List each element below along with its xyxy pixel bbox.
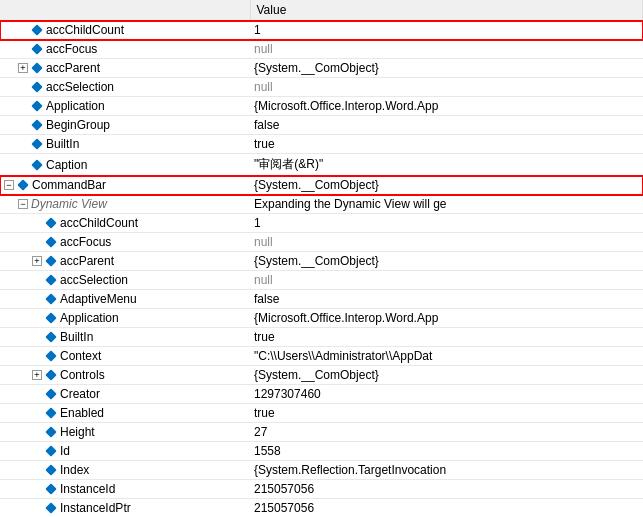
table-row[interactable]: accChildCount1: [0, 214, 643, 233]
table-row[interactable]: Height27: [0, 423, 643, 442]
table-row[interactable]: BuiltIntrue: [0, 328, 643, 347]
table-row[interactable]: Creator1297307460: [0, 385, 643, 404]
property-name-cell: accSelection: [0, 78, 250, 97]
property-name-cell: Caption: [0, 154, 250, 176]
property-icon: [45, 236, 57, 248]
property-name-cell: AdaptiveMenu: [0, 290, 250, 309]
svg-rect-3: [31, 81, 42, 92]
expand-icon[interactable]: +: [32, 370, 42, 380]
property-name: Controls: [60, 368, 105, 382]
property-name: Enabled: [60, 406, 104, 420]
property-name: AdaptiveMenu: [60, 292, 137, 306]
table-row[interactable]: accSelectionnull: [0, 78, 643, 97]
property-value-cell: {System.__ComObject}: [250, 59, 643, 78]
svg-rect-1: [31, 43, 42, 54]
expand-icon[interactable]: +: [18, 63, 28, 73]
property-name-cell: InstanceIdPtr: [0, 499, 250, 518]
svg-rect-11: [45, 255, 56, 266]
table-header: Value: [0, 0, 643, 21]
svg-rect-2: [31, 62, 42, 73]
property-name: accFocus: [60, 235, 111, 249]
table-row[interactable]: BuiltIntrue: [0, 135, 643, 154]
table-row[interactable]: Caption"审阅者(&R)": [0, 154, 643, 176]
property-icon: [31, 100, 43, 112]
property-grid: Value accChildCount1 accFocusnull+ accPa…: [0, 0, 643, 517]
table-row[interactable]: AdaptiveMenufalse: [0, 290, 643, 309]
property-name-cell: Id: [0, 442, 250, 461]
property-name: accChildCount: [46, 23, 124, 37]
property-value-cell: null: [250, 271, 643, 290]
property-name: Id: [60, 444, 70, 458]
collapse-icon[interactable]: −: [18, 199, 28, 209]
table-row[interactable]: −Dynamic ViewExpanding the Dynamic View …: [0, 195, 643, 214]
svg-rect-12: [45, 274, 56, 285]
table-row[interactable]: Enabledtrue: [0, 404, 643, 423]
property-value-cell: "C:\\Users\\Administrator\\AppDat: [250, 347, 643, 366]
property-name-cell: Height: [0, 423, 250, 442]
property-icon: [45, 502, 57, 514]
collapse-icon[interactable]: −: [4, 180, 14, 190]
property-icon: [31, 138, 43, 150]
property-value-cell: null: [250, 78, 643, 97]
property-icon: [31, 24, 43, 36]
svg-rect-7: [31, 159, 42, 170]
property-value-cell: 215057056: [250, 480, 643, 499]
table-row[interactable]: InstanceId215057056: [0, 480, 643, 499]
svg-rect-20: [45, 426, 56, 437]
property-name-cell: + Controls: [0, 366, 250, 385]
property-name: InstanceId: [60, 482, 115, 496]
property-name-cell: accFocus: [0, 233, 250, 252]
svg-rect-14: [45, 312, 56, 323]
expand-icon[interactable]: +: [32, 256, 42, 266]
svg-rect-6: [31, 138, 42, 149]
table-row[interactable]: Index{System.Reflection.TargetInvocation: [0, 461, 643, 480]
svg-rect-19: [45, 407, 56, 418]
col-name-header: [0, 0, 250, 21]
table-row[interactable]: accFocusnull: [0, 40, 643, 59]
table-row[interactable]: Application{Microsoft.Office.Interop.Wor…: [0, 97, 643, 116]
table-row[interactable]: BeginGroupfalse: [0, 116, 643, 135]
table-row[interactable]: accChildCount1: [0, 21, 643, 40]
svg-rect-5: [31, 119, 42, 130]
property-name: accChildCount: [60, 216, 138, 230]
table-row[interactable]: accSelectionnull: [0, 271, 643, 290]
property-name-cell: + accParent: [0, 252, 250, 271]
table-row[interactable]: + accParent{System.__ComObject}: [0, 59, 643, 78]
property-name-cell: Enabled: [0, 404, 250, 423]
svg-rect-10: [45, 236, 56, 247]
property-name-cell: accChildCount: [0, 214, 250, 233]
property-value-cell: {System.Reflection.TargetInvocation: [250, 461, 643, 480]
svg-rect-17: [45, 369, 56, 380]
table-row[interactable]: Application{Microsoft.Office.Interop.Wor…: [0, 309, 643, 328]
table-row[interactable]: InstanceIdPtr215057056: [0, 499, 643, 518]
property-name: CommandBar: [32, 178, 106, 192]
table-row[interactable]: + Controls{System.__ComObject}: [0, 366, 643, 385]
property-value-cell: {System.__ComObject}: [250, 176, 643, 195]
property-name: Height: [60, 425, 95, 439]
property-name: InstanceIdPtr: [60, 501, 131, 515]
property-value-cell: null: [250, 233, 643, 252]
property-value-cell: 1: [250, 21, 643, 40]
property-icon: [45, 293, 57, 305]
property-name: Index: [60, 463, 89, 477]
table-row[interactable]: Id1558: [0, 442, 643, 461]
property-icon: [45, 331, 57, 343]
property-value-cell: false: [250, 116, 643, 135]
property-value-cell: {Microsoft.Office.Interop.Word.App: [250, 97, 643, 116]
property-icon: [31, 119, 43, 131]
property-name-cell: + accParent: [0, 59, 250, 78]
property-name: Context: [60, 349, 101, 363]
svg-rect-18: [45, 388, 56, 399]
property-name-cell: BuiltIn: [0, 135, 250, 154]
property-name: accFocus: [46, 42, 97, 56]
property-name: Caption: [46, 158, 87, 172]
table-row[interactable]: − CommandBar{System.__ComObject}: [0, 176, 643, 195]
property-icon: [45, 388, 57, 400]
svg-rect-0: [31, 24, 42, 35]
property-value-cell: {System.__ComObject}: [250, 252, 643, 271]
table-row[interactable]: + accParent{System.__ComObject}: [0, 252, 643, 271]
table-row[interactable]: accFocusnull: [0, 233, 643, 252]
property-name: BeginGroup: [46, 118, 110, 132]
property-value-cell: 1297307460: [250, 385, 643, 404]
table-row[interactable]: Context"C:\\Users\\Administrator\\AppDat: [0, 347, 643, 366]
